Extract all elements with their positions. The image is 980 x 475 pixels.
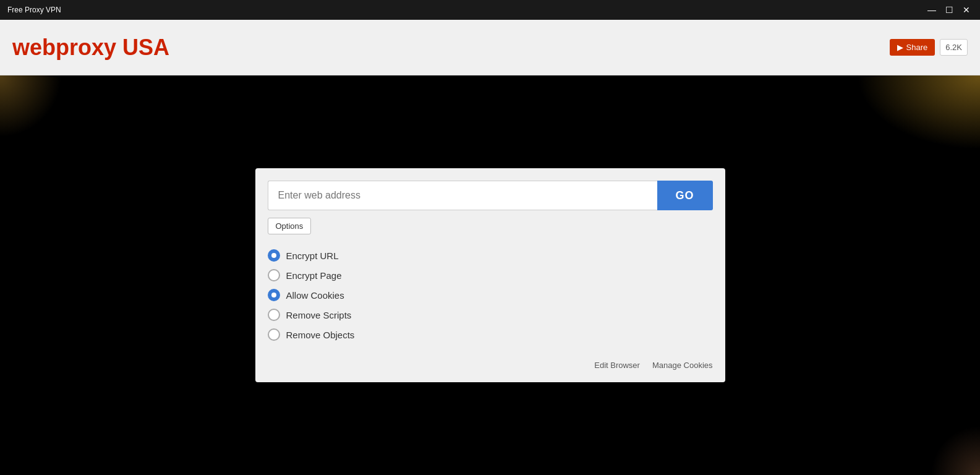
label-encrypt-page: Encrypt Page — [286, 270, 342, 281]
option-encrypt-page[interactable]: Encrypt Page — [268, 267, 713, 284]
url-input[interactable] — [268, 181, 657, 210]
app-logo: webproxy USA — [12, 35, 169, 61]
share-icon: ▶ — [897, 43, 903, 52]
option-allow-cookies[interactable]: Allow Cookies — [268, 286, 713, 304]
share-label: Share — [906, 43, 928, 52]
close-button[interactable]: ✕ — [960, 4, 973, 16]
proxy-card: GO Options Encrypt URL Encrypt Page Allo… — [255, 168, 725, 382]
bg-decoration-right — [856, 75, 980, 150]
option-remove-scripts[interactable]: Remove Scripts — [268, 306, 713, 323]
label-encrypt-url: Encrypt URL — [286, 250, 339, 261]
app-header: webproxy USA ▶ Share 6.2K — [0, 20, 980, 75]
share-area: ▶ Share 6.2K — [890, 39, 968, 56]
maximize-button[interactable]: ☐ — [943, 4, 955, 16]
share-count: 6.2K — [940, 39, 968, 56]
manage-cookies-link[interactable]: Manage Cookies — [652, 361, 713, 370]
card-footer: Edit Browser Manage Cookies — [268, 356, 713, 370]
minimize-button[interactable]: — — [926, 4, 938, 16]
label-allow-cookies: Allow Cookies — [286, 290, 344, 301]
title-bar: Free Proxy VPN — ☐ ✕ — [0, 0, 980, 20]
logo-text-main: webproxy — [12, 35, 116, 60]
option-encrypt-url[interactable]: Encrypt URL — [268, 247, 713, 264]
option-remove-objects[interactable]: Remove Objects — [268, 326, 713, 343]
label-remove-objects: Remove Objects — [286, 330, 355, 340]
options-toggle-button[interactable]: Options — [268, 218, 312, 234]
options-list: Encrypt URL Encrypt Page Allow Cookies R… — [268, 244, 713, 346]
bg-decoration-left — [0, 75, 62, 137]
label-remove-scripts: Remove Scripts — [286, 310, 352, 320]
go-button[interactable]: GO — [657, 181, 713, 210]
main-area: GO Options Encrypt URL Encrypt Page Allo… — [0, 75, 980, 475]
radio-remove-objects[interactable] — [268, 328, 280, 341]
radio-encrypt-page[interactable] — [268, 269, 280, 281]
app-title: Free Proxy VPN — [7, 6, 61, 14]
bg-decoration-bottom-right — [931, 426, 980, 475]
url-row: GO — [268, 181, 713, 210]
radio-encrypt-url[interactable] — [268, 249, 280, 262]
radio-allow-cookies[interactable] — [268, 289, 280, 301]
window-controls: — ☐ ✕ — [926, 4, 973, 16]
share-button[interactable]: ▶ Share — [890, 39, 935, 56]
edit-browser-link[interactable]: Edit Browser — [594, 361, 640, 370]
logo-text-accent: USA — [122, 35, 169, 60]
radio-remove-scripts[interactable] — [268, 309, 280, 321]
